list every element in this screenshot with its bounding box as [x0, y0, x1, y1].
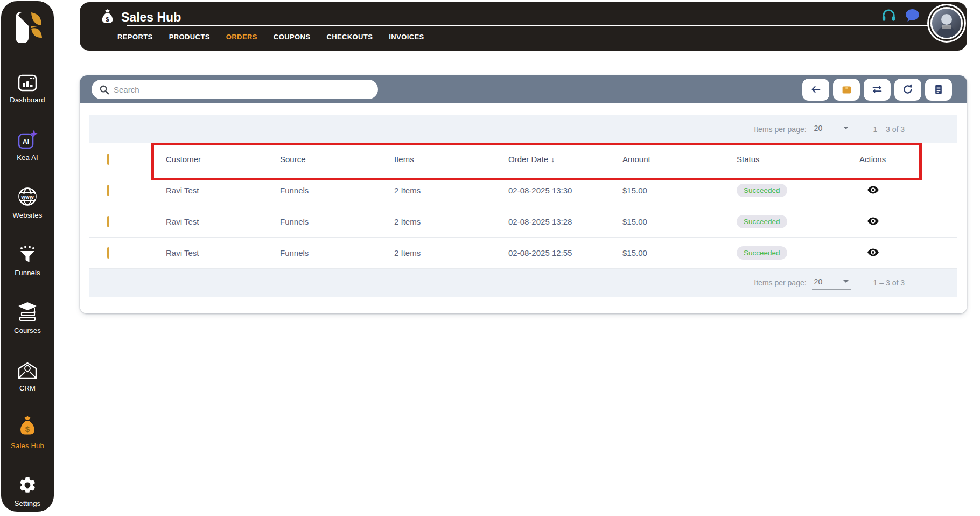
refresh-icon — [902, 83, 914, 95]
transfer-button[interactable] — [864, 79, 891, 101]
sidebar-item-label: Funnels — [15, 269, 40, 277]
items-cell: 2 Items — [387, 186, 501, 195]
kartra-bird-logo[interactable] — [11, 10, 44, 45]
funnel-icon — [18, 244, 37, 264]
sidebar-item-kea-ai[interactable]: AI Kea AI — [2, 129, 53, 162]
sidebar-item-dashboard[interactable]: Dashboard — [2, 71, 53, 104]
select-row-checkbox[interactable] — [107, 216, 109, 227]
order-date-cell: 02-08-2025 13:28 — [501, 217, 615, 226]
crm-envelope-icon — [17, 359, 38, 380]
order-date-cell: 02-08-2025 13:30 — [501, 186, 615, 195]
column-header-items[interactable]: Items — [387, 155, 501, 164]
column-header-customer[interactable]: Customer — [158, 155, 272, 164]
gear-icon — [18, 475, 37, 495]
table-row: Ravi Test Funnels 2 Items 02-08-2025 13:… — [89, 175, 957, 206]
chevron-down-icon — [843, 127, 849, 129]
page-title: Sales Hub — [121, 10, 181, 25]
headset-icon[interactable] — [881, 8, 896, 23]
sidebar-item-label: Settings — [15, 499, 41, 507]
page-size-select[interactable]: 20 — [812, 123, 851, 136]
sidebar-item-websites[interactable]: www Websites — [2, 186, 53, 219]
source-cell: Funnels — [272, 186, 387, 195]
eye-icon — [867, 246, 879, 259]
search-icon — [99, 85, 109, 95]
tab-invoices[interactable]: INVOICES — [389, 33, 424, 41]
chevron-down-icon — [843, 280, 849, 283]
items-per-page-label: Items per page: — [754, 278, 806, 287]
column-header-status[interactable]: Status — [729, 155, 843, 164]
pagination-bottom: Items per page: 20 1 – 3 of 3 — [89, 269, 957, 297]
orders-panel: Items per page: 20 1 – 3 of 3 Customer S… — [80, 75, 967, 313]
sidebar-item-label: Sales Hub — [11, 442, 44, 450]
svg-text:AI: AI — [23, 138, 29, 145]
package-icon — [841, 84, 852, 95]
tab-reports[interactable]: REPORTS — [117, 33, 153, 41]
sidebar-item-crm[interactable]: CRM — [2, 359, 53, 392]
receipt-list-icon — [933, 83, 944, 95]
column-header-order-date[interactable]: Order Date↓ — [501, 155, 615, 164]
search-input[interactable] — [114, 85, 370, 94]
table-row: Ravi Test Funnels 2 Items 02-08-2025 13:… — [89, 206, 957, 238]
chat-bubble-icon[interactable] — [905, 8, 920, 23]
svg-text:www: www — [20, 194, 34, 200]
toolbar-buttons — [802, 79, 952, 101]
status-badge: Succeeded — [737, 215, 787, 228]
dashboard-icon — [18, 71, 37, 92]
tab-orders[interactable]: ORDERS — [226, 33, 257, 41]
orders-table: Items per page: 20 1 – 3 of 3 Customer S… — [89, 115, 957, 297]
transfer-arrows-icon — [871, 83, 884, 95]
sidebar-item-label: Courses — [14, 326, 41, 334]
table-row: Ravi Test Funnels 2 Items 02-08-2025 12:… — [89, 238, 957, 269]
pagination-range: 1 – 3 of 3 — [873, 278, 905, 287]
tab-checkouts[interactable]: CHECKOUTS — [326, 33, 373, 41]
sidebar-item-label: Kea AI — [17, 154, 38, 162]
view-order-button[interactable] — [867, 184, 879, 196]
select-row-checkbox[interactable] — [107, 247, 109, 259]
money-bag-icon: $ — [18, 417, 37, 437]
svg-text:$: $ — [106, 16, 109, 23]
search-box[interactable] — [92, 80, 378, 99]
amount-cell: $15.00 — [615, 186, 729, 195]
header-tabs: REPORTS PRODUCTS ORDERS COUPONS CHECKOUT… — [117, 33, 424, 41]
sidebar-item-settings[interactable]: Settings — [2, 475, 53, 507]
column-header-source[interactable]: Source — [272, 155, 387, 164]
select-row-checkbox[interactable] — [107, 185, 109, 196]
back-arrow-icon — [810, 83, 822, 95]
tab-products[interactable]: PRODUCTS — [169, 33, 210, 41]
products-package-button[interactable] — [833, 79, 860, 101]
app-header: $ Sales Hub REPORTS PRODUCTS ORDERS COUP… — [80, 2, 967, 51]
pagination-top: Items per page: 20 1 – 3 of 3 — [89, 115, 957, 143]
customer-cell: Ravi Test — [158, 248, 272, 257]
back-button[interactable] — [802, 79, 829, 101]
sidebar-item-label: Websites — [13, 211, 43, 219]
orders-toolbar — [80, 75, 967, 103]
source-cell: Funnels — [272, 248, 387, 257]
sidebar-item-label: Dashboard — [10, 96, 45, 104]
user-avatar[interactable] — [930, 7, 963, 39]
sidebar-item-funnels[interactable]: Funnels — [2, 244, 53, 277]
refresh-button[interactable] — [894, 79, 921, 101]
table-header-row: Customer Source Items Order Date↓ Amount… — [89, 143, 957, 175]
sort-desc-icon: ↓ — [551, 155, 555, 164]
sidebar-menu: Dashboard AI Kea AI www — [2, 71, 53, 507]
items-per-page-label: Items per page: — [754, 125, 806, 134]
customer-cell: Ravi Test — [158, 186, 272, 195]
column-header-actions: Actions — [843, 155, 957, 164]
page-size-select[interactable]: 20 — [812, 276, 851, 290]
tab-coupons[interactable]: COUPONS — [274, 33, 311, 41]
view-order-button[interactable] — [867, 215, 879, 227]
amount-cell: $15.00 — [615, 248, 729, 257]
sidebar-item-courses[interactable]: Courses — [2, 302, 53, 334]
eye-icon — [867, 184, 879, 196]
header-divider — [127, 25, 932, 26]
sidebar-item-sales-hub[interactable]: $ Sales Hub — [2, 417, 53, 450]
select-all-checkbox[interactable] — [107, 154, 109, 165]
invoice-list-button[interactable] — [925, 79, 952, 101]
money-bag-icon: $ — [100, 9, 115, 25]
column-header-amount[interactable]: Amount — [615, 155, 729, 164]
sidebar: Dashboard AI Kea AI www — [1, 1, 54, 512]
items-cell: 2 Items — [387, 217, 501, 226]
kea-ai-icon: AI — [17, 129, 38, 149]
order-date-cell: 02-08-2025 12:55 — [501, 248, 615, 257]
view-order-button[interactable] — [867, 246, 879, 259]
